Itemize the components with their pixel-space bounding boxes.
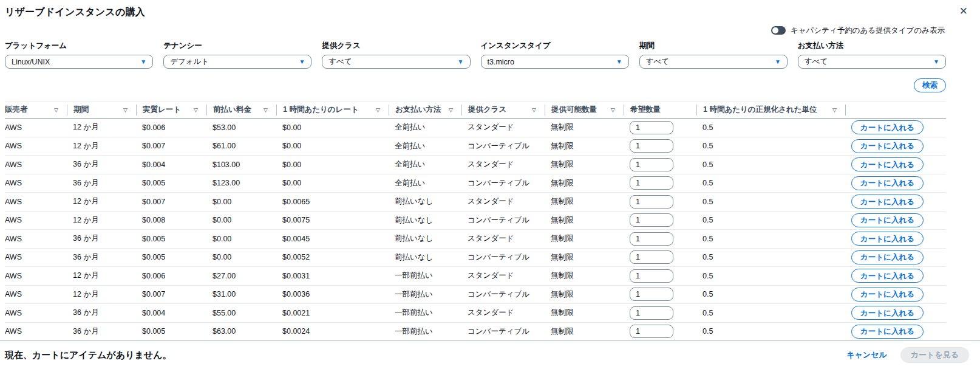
desired-quantity-input[interactable] <box>630 121 673 134</box>
cell-normalized-units: 0.5 <box>696 123 845 132</box>
add-to-cart-button[interactable]: カートに入れる <box>851 157 924 171</box>
column-header-effective-rate[interactable]: 実質レート ▽ <box>136 105 206 116</box>
cell-upfront-price: $55.00 <box>206 309 276 317</box>
column-header-hourly-rate[interactable]: 1 時間あたりのレート ▽ <box>276 105 389 116</box>
filter-bar: プラットフォーム Linux/UNIX ▼ テナンシー デフォルト ▼ 提供クラ… <box>0 36 980 69</box>
table-row: AWS 36 か月 $0.005 $123.00 $0.00 全前払い コンバー… <box>5 174 946 193</box>
desired-quantity-input[interactable] <box>630 250 673 264</box>
select-value: t3.micro <box>488 58 514 66</box>
cell-seller: AWS <box>5 309 67 317</box>
desired-quantity-input[interactable] <box>630 139 673 153</box>
cell-term: 36 か月 <box>67 326 136 337</box>
term-select[interactable]: すべて ▼ <box>639 55 788 69</box>
close-icon[interactable]: ✕ <box>957 5 970 18</box>
add-to-cart-button[interactable]: カートに入れる <box>851 139 924 153</box>
sort-icon[interactable]: ▽ <box>123 107 128 113</box>
sort-icon[interactable]: ▽ <box>449 107 453 113</box>
cell-hourly-rate: $0.0045 <box>276 235 389 243</box>
capacity-reservation-toggle[interactable] <box>771 26 786 35</box>
desired-quantity-input[interactable] <box>630 269 673 283</box>
select-value: すべて <box>805 57 828 67</box>
add-to-cart-button[interactable]: カートに入れる <box>851 232 924 246</box>
cell-seller: AWS <box>5 272 67 280</box>
cell-payment-option: 一部前払い <box>389 326 461 337</box>
add-to-cart-button[interactable]: カートに入れる <box>851 195 924 209</box>
column-header-payment-option[interactable]: お支払い方法 ▽ <box>389 105 461 116</box>
table-row: AWS 36 か月 $0.005 $63.00 $0.0024 一部前払い コン… <box>5 323 946 342</box>
add-to-cart-button[interactable]: カートに入れる <box>851 120 924 134</box>
cell-upfront-price: $123.00 <box>206 179 276 187</box>
add-to-cart-button[interactable]: カートに入れる <box>851 213 924 227</box>
sort-icon[interactable]: ▽ <box>376 107 380 113</box>
column-header-available-quantity[interactable]: 提供可能数量 ▽ <box>545 105 624 116</box>
column-header-upfront-price[interactable]: 前払い料金 ▽ <box>206 105 276 116</box>
column-header-seller[interactable]: 販売者 ▽ <box>5 105 67 116</box>
sort-icon[interactable]: ▽ <box>194 107 198 113</box>
select-value: すべて <box>328 57 352 67</box>
cancel-button[interactable]: キャンセル <box>846 350 887 360</box>
add-to-cart-button[interactable]: カートに入れる <box>851 269 924 283</box>
cell-upfront-price: $0.00 <box>206 198 276 206</box>
cell-seller: AWS <box>5 290 67 298</box>
dialog-header: リザーブドインスタンスの購入 ✕ <box>0 0 980 19</box>
add-to-cart-button[interactable]: カートに入れる <box>851 325 924 339</box>
sort-icon[interactable]: ▽ <box>611 107 615 113</box>
filter-instance-type: インスタンスタイプ t3.micro ▼ <box>481 41 629 69</box>
cell-payment-option: 一部前払い <box>389 308 461 318</box>
table-row: AWS 12 か月 $0.007 $61.00 $0.00 全前払い コンバーテ… <box>5 137 946 156</box>
cell-payment-option: 前払いなし <box>389 252 461 263</box>
cell-seller: AWS <box>5 160 67 169</box>
cell-action: カートに入れる <box>845 288 946 302</box>
cell-normalized-units: 0.5 <box>696 327 845 336</box>
desired-quantity-input[interactable] <box>630 288 673 301</box>
cell-desired-quantity <box>624 325 696 338</box>
cell-term: 12 か月 <box>67 196 136 207</box>
cell-action: カートに入れる <box>845 232 946 246</box>
add-to-cart-button[interactable]: カートに入れる <box>851 288 924 302</box>
cell-normalized-units: 0.5 <box>696 309 845 317</box>
desired-quantity-input[interactable] <box>630 306 673 320</box>
cell-hourly-rate: $0.0031 <box>276 272 389 280</box>
cell-hourly-rate: $0.0075 <box>276 216 389 224</box>
cell-term: 12 か月 <box>67 289 136 300</box>
search-button[interactable]: 検索 <box>914 78 946 92</box>
desired-quantity-input[interactable] <box>630 158 673 171</box>
offering-class-select[interactable]: すべて ▼ <box>322 55 470 69</box>
chevron-down-icon: ▼ <box>140 59 146 65</box>
cell-desired-quantity <box>624 288 696 301</box>
cell-action: カートに入れる <box>845 269 946 283</box>
cell-seller: AWS <box>5 216 67 224</box>
cell-effective-rate: $0.005 <box>136 327 206 336</box>
cell-action: カートに入れる <box>845 195 946 209</box>
tenancy-select[interactable]: デフォルト ▼ <box>163 55 311 69</box>
view-cart-button[interactable]: カートを見る <box>900 347 969 363</box>
cell-term: 36 か月 <box>67 308 136 318</box>
filter-label: 期間 <box>639 41 788 51</box>
cell-term: 12 か月 <box>67 271 136 281</box>
instance-type-select[interactable]: t3.micro ▼ <box>481 55 629 69</box>
sort-icon[interactable]: ▽ <box>54 107 58 113</box>
desired-quantity-input[interactable] <box>630 325 673 338</box>
cell-action: カートに入れる <box>845 176 946 190</box>
desired-quantity-input[interactable] <box>630 195 673 209</box>
cell-payment-option: 全前払い <box>389 122 461 133</box>
add-to-cart-button[interactable]: カートに入れる <box>851 176 924 190</box>
desired-quantity-input[interactable] <box>630 176 673 190</box>
cell-upfront-price: $63.00 <box>206 327 276 336</box>
desired-quantity-input[interactable] <box>630 232 673 246</box>
sort-icon[interactable]: ▽ <box>532 107 536 113</box>
column-header-offering-class[interactable]: 提供クラス ▽ <box>461 105 545 116</box>
payment-option-select[interactable]: すべて ▼ <box>798 55 946 69</box>
add-to-cart-button[interactable]: カートに入れる <box>851 250 924 264</box>
cell-normalized-units: 0.5 <box>696 216 845 224</box>
column-header-term[interactable]: 期間 ▽ <box>67 105 136 116</box>
table-header-row: 販売者 ▽ 期間 ▽ 実質レート ▽ 前払い料金 ▽ 1 時間あたりのレート ▽… <box>5 101 946 119</box>
sort-icon[interactable]: ▽ <box>264 107 268 113</box>
desired-quantity-input[interactable] <box>630 213 673 227</box>
cell-hourly-rate: $0.0052 <box>276 253 389 261</box>
sort-icon[interactable]: ▽ <box>832 107 837 113</box>
add-to-cart-button[interactable]: カートに入れる <box>851 306 924 320</box>
column-header-normalized-units[interactable]: 1 時間あたりの正規化された単位 ▽ <box>696 105 845 116</box>
platform-select[interactable]: Linux/UNIX ▼ <box>5 55 153 69</box>
cell-payment-option: 前払いなし <box>389 196 461 207</box>
